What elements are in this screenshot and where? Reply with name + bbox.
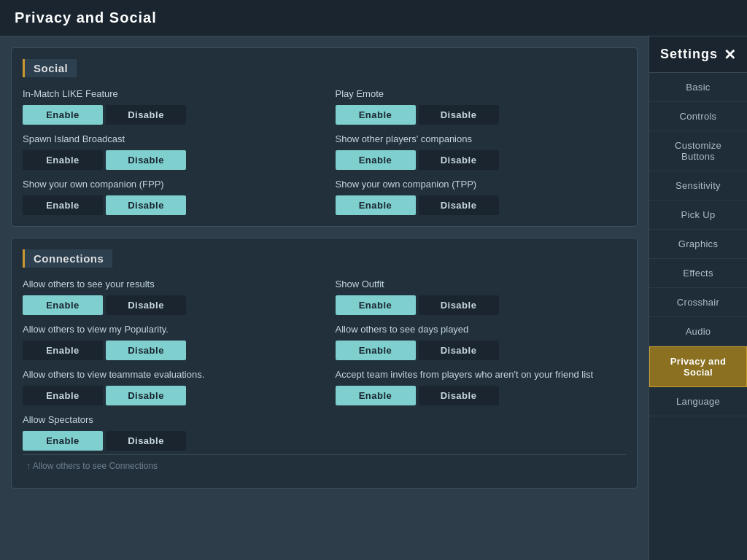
own-companion-fpp-toggle: Enable Disable bbox=[23, 195, 314, 215]
team-invites-disable[interactable]: Disable bbox=[419, 386, 499, 405]
see-results-disable[interactable]: Disable bbox=[106, 295, 186, 315]
play-emote-toggle: Enable Disable bbox=[336, 105, 627, 125]
own-companion-tpp-label: Show your own companion (TPP) bbox=[336, 179, 627, 190]
connections-label: Connections bbox=[23, 249, 112, 268]
team-invites-label: Accept team invites from players who are… bbox=[336, 369, 627, 380]
view-popularity-label: Allow others to view my Popularity. bbox=[23, 324, 314, 335]
inmatch-like-enable[interactable]: Enable bbox=[23, 105, 103, 125]
sidebar-item-basic[interactable]: Basic bbox=[649, 73, 747, 102]
sidebar-item-sensitivity[interactable]: Sensitivity bbox=[649, 171, 747, 201]
sidebar-item-privacy-social[interactable]: Privacy and Social bbox=[649, 346, 747, 387]
see-results-label: Allow others to see your results bbox=[23, 279, 314, 289]
allow-spectators-disable[interactable]: Disable bbox=[106, 431, 186, 451]
teammate-evals-label: Allow others to view teammate evaluation… bbox=[23, 369, 314, 380]
other-companions-label: Show other players' companions bbox=[336, 133, 627, 144]
team-invites-toggle: Enable Disable bbox=[336, 386, 627, 405]
spawn-broadcast-label: Spawn Island Broadcast bbox=[23, 133, 314, 144]
see-days-played-disable[interactable]: Disable bbox=[419, 341, 499, 360]
setting-view-popularity: Allow others to view my Popularity. Enab… bbox=[23, 324, 314, 360]
setting-own-companion-fpp: Show your own companion (FPP) Enable Dis… bbox=[23, 179, 314, 215]
setting-play-emote: Play Emote Enable Disable bbox=[336, 88, 627, 125]
own-companion-tpp-enable[interactable]: Enable bbox=[336, 195, 416, 215]
sidebar: Settings ✕ Basic Controls Customize Butt… bbox=[649, 36, 747, 560]
show-outfit-disable[interactable]: Disable bbox=[419, 295, 499, 315]
settings-title: Settings bbox=[660, 47, 718, 62]
setting-inmatch-like: In-Match LIKE Feature Enable Disable bbox=[23, 88, 314, 125]
connections-header: Connections bbox=[23, 249, 626, 268]
setting-allow-spectators: Allow Spectators Enable Disable bbox=[23, 414, 314, 451]
see-results-enable[interactable]: Enable bbox=[23, 295, 103, 315]
see-days-played-label: Allow others to see days played bbox=[336, 324, 627, 335]
sidebar-item-pick-up[interactable]: Pick Up bbox=[649, 201, 747, 230]
spawn-broadcast-enable[interactable]: Enable bbox=[23, 150, 103, 170]
play-emote-enable[interactable]: Enable bbox=[336, 105, 416, 125]
setting-spawn-broadcast: Spawn Island Broadcast Enable Disable bbox=[23, 133, 314, 170]
sidebar-item-graphics[interactable]: Graphics bbox=[649, 230, 747, 259]
setting-see-results: Allow others to see your results Enable … bbox=[23, 279, 314, 315]
social-header: Social bbox=[23, 59, 626, 77]
view-popularity-enable[interactable]: Enable bbox=[23, 341, 103, 360]
view-popularity-toggle: Enable Disable bbox=[23, 341, 314, 360]
sidebar-item-effects[interactable]: Effects bbox=[649, 259, 747, 288]
page-title: Privacy and Social bbox=[15, 9, 157, 26]
spawn-broadcast-toggle: Enable Disable bbox=[23, 150, 314, 170]
sidebar-item-controls[interactable]: Controls bbox=[649, 102, 747, 131]
allow-spectators-enable[interactable]: Enable bbox=[23, 431, 103, 451]
show-outfit-label: Show Outfit bbox=[336, 279, 627, 289]
own-companion-fpp-disable[interactable]: Disable bbox=[106, 195, 186, 215]
inmatch-like-toggle: Enable Disable bbox=[23, 105, 314, 125]
spawn-broadcast-disable[interactable]: Disable bbox=[106, 150, 186, 170]
social-grid: In-Match LIKE Feature Enable Disable Pla… bbox=[23, 88, 626, 215]
close-icon[interactable]: ✕ bbox=[724, 46, 736, 63]
sidebar-nav: Basic Controls Customize Buttons Sensiti… bbox=[649, 73, 747, 560]
sidebar-item-audio[interactable]: Audio bbox=[649, 317, 747, 346]
teammate-evals-toggle: Enable Disable bbox=[23, 386, 314, 405]
own-companion-tpp-disable[interactable]: Disable bbox=[419, 195, 499, 215]
setting-show-outfit: Show Outfit Enable Disable bbox=[336, 279, 627, 315]
own-companion-tpp-toggle: Enable Disable bbox=[336, 195, 627, 215]
play-emote-disable[interactable]: Disable bbox=[419, 105, 499, 125]
other-companions-disable[interactable]: Disable bbox=[419, 150, 499, 170]
sidebar-item-customize-buttons[interactable]: Customize Buttons bbox=[649, 131, 747, 171]
show-outfit-toggle: Enable Disable bbox=[336, 295, 627, 315]
content-area: Social In-Match LIKE Feature Enable Disa… bbox=[0, 36, 649, 560]
see-days-played-toggle: Enable Disable bbox=[336, 341, 627, 360]
social-label: Social bbox=[23, 59, 77, 77]
own-companion-fpp-enable[interactable]: Enable bbox=[23, 195, 103, 215]
inmatch-like-disable[interactable]: Disable bbox=[106, 105, 186, 125]
team-invites-enable[interactable]: Enable bbox=[336, 386, 416, 405]
setting-see-days-played: Allow others to see days played Enable D… bbox=[336, 324, 627, 360]
view-popularity-disable[interactable]: Disable bbox=[106, 341, 186, 360]
play-emote-label: Play Emote bbox=[336, 88, 627, 99]
social-section: Social In-Match LIKE Feature Enable Disa… bbox=[11, 47, 638, 227]
connections-section: Connections Allow others to see your res… bbox=[11, 238, 638, 489]
connections-grid: Allow others to see your results Enable … bbox=[23, 279, 626, 451]
show-outfit-enable[interactable]: Enable bbox=[336, 295, 416, 315]
sidebar-item-crosshair[interactable]: Crosshair bbox=[649, 288, 747, 317]
setting-team-invites: Accept team invites from players who are… bbox=[336, 369, 627, 405]
teammate-evals-enable[interactable]: Enable bbox=[23, 386, 103, 405]
allow-spectators-toggle: Enable Disable bbox=[23, 431, 314, 451]
other-companions-enable[interactable]: Enable bbox=[336, 150, 416, 170]
see-results-toggle: Enable Disable bbox=[23, 295, 314, 315]
setting-other-companions: Show other players' companions Enable Di… bbox=[336, 133, 627, 170]
settings-title-bar: Settings ✕ bbox=[649, 36, 747, 73]
allow-spectators-label: Allow Spectators bbox=[23, 414, 314, 425]
other-companions-toggle: Enable Disable bbox=[336, 150, 627, 170]
sidebar-item-language[interactable]: Language bbox=[649, 387, 747, 416]
teammate-evals-disable[interactable]: Disable bbox=[106, 386, 186, 405]
setting-teammate-evals: Allow others to view teammate evaluation… bbox=[23, 369, 314, 405]
setting-own-companion-tpp: Show your own companion (TPP) Enable Dis… bbox=[336, 179, 627, 215]
bottom-hint: ↑ Allow others to see Connections bbox=[23, 454, 626, 477]
see-days-played-enable[interactable]: Enable bbox=[336, 341, 416, 360]
inmatch-like-label: In-Match LIKE Feature bbox=[23, 88, 314, 99]
own-companion-fpp-label: Show your own companion (FPP) bbox=[23, 179, 314, 190]
